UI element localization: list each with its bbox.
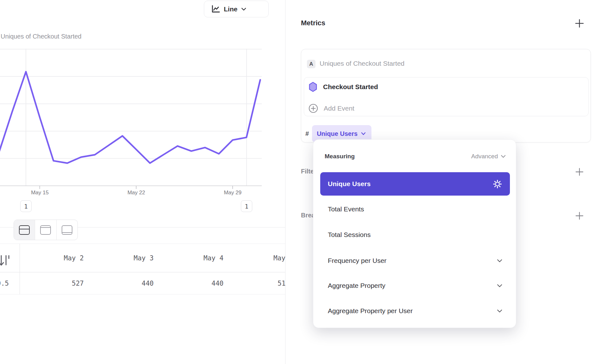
- dropdown-item-unique-users[interactable]: Unique Users: [320, 172, 510, 196]
- view-toggle: [14, 220, 78, 240]
- dropdown-item-total-sessions[interactable]: Total Sessions: [320, 223, 510, 246]
- chevron-down-icon: [501, 155, 506, 158]
- chevron-down-icon: [361, 132, 366, 135]
- metrics-panel-title: Metrics: [301, 19, 325, 27]
- event-name: Checkout Started: [323, 83, 378, 91]
- chart-type-label: Line: [224, 5, 237, 13]
- event-list-card: Checkout Started Add Event: [304, 77, 589, 116]
- circle-plus-icon: [309, 104, 318, 113]
- dropdown-item-label: Unique Users: [328, 180, 370, 188]
- table-header[interactable]: May 2: [20, 254, 89, 262]
- table-cell: 51: [278, 280, 285, 287]
- chevron-down-icon: [241, 8, 246, 11]
- split-view-icon: [19, 225, 30, 235]
- x-axis-label: May 22: [117, 190, 155, 196]
- table-cell: 0.5: [0, 280, 9, 287]
- series-line: [0, 72, 260, 163]
- table-cell: 440: [159, 280, 229, 287]
- chart-type-button[interactable]: Line: [204, 1, 269, 17]
- chart-title: Uniques of Checkout Started: [1, 33, 82, 40]
- sort-descending-icon[interactable]: [0, 253, 11, 268]
- table-cell: 527: [20, 280, 89, 287]
- table-only-view-icon: [62, 225, 72, 235]
- chevron-down-icon: [497, 309, 502, 313]
- x-axis-label: May 15: [21, 190, 59, 196]
- measurement-label: Unique Users: [317, 130, 358, 137]
- measuring-dropdown: Measuring Advanced Unique Users: [313, 139, 516, 328]
- line-chart[interactable]: [0, 44, 285, 209]
- measurement-prefix: #: [305, 130, 309, 137]
- chart-only-view-icon: [40, 225, 51, 235]
- hexagon-event-icon: [309, 82, 317, 92]
- view-toggle-table-only[interactable]: [56, 220, 77, 240]
- measuring-mode-label: Advanced: [471, 153, 498, 160]
- chart-pane: Line Uniques of Checkout Started May 15 …: [0, 0, 285, 364]
- table-header[interactable]: May: [273, 254, 285, 262]
- add-filter-button[interactable]: [575, 167, 584, 177]
- dropdown-item-label: Frequency per User: [328, 257, 387, 264]
- metric-row-badge[interactable]: A: [307, 60, 315, 68]
- add-breakdown-button[interactable]: [575, 211, 584, 221]
- measuring-mode-selector[interactable]: Advanced: [471, 153, 506, 160]
- x-axis-label: May 29: [214, 190, 252, 196]
- dropdown-item-frequency-per-user[interactable]: Frequency per User: [320, 249, 510, 272]
- table-border: [0, 244, 285, 244]
- chevron-down-icon: [497, 284, 502, 288]
- table-header[interactable]: May 3: [89, 254, 159, 262]
- chevron-down-icon: [497, 259, 502, 263]
- metrics-panel: Metrics A Uniques of Checkout Started Ch…: [285, 0, 600, 364]
- annotation-badge[interactable]: 1: [20, 200, 32, 212]
- table-border: [0, 294, 285, 294]
- event-row[interactable]: Checkout Started: [309, 82, 378, 92]
- dropdown-item-label: Aggregate Property: [328, 282, 385, 289]
- table-border: [0, 272, 285, 272]
- measuring-label: Measuring: [325, 153, 355, 160]
- dropdown-item-total-events[interactable]: Total Events: [320, 197, 510, 221]
- view-toggle-split[interactable]: [14, 220, 35, 240]
- view-toggle-chart-only[interactable]: [35, 220, 56, 240]
- add-metric-button[interactable]: [574, 18, 585, 28]
- dropdown-item-aggregate-property[interactable]: Aggregate Property: [320, 274, 510, 297]
- dropdown-item-aggregate-property-per-user[interactable]: Aggregate Property per User: [320, 299, 510, 323]
- gear-icon[interactable]: [493, 179, 502, 189]
- dropdown-item-label: Aggregate Property per User: [328, 307, 413, 315]
- dropdown-item-label: Total Events: [328, 205, 364, 213]
- metric-card-title: Uniques of Checkout Started: [320, 60, 405, 67]
- line-chart-icon: [211, 5, 220, 13]
- add-event-label: Add Event: [324, 105, 354, 112]
- annotation-badge[interactable]: 1: [241, 200, 252, 212]
- dropdown-item-label: Total Sessions: [328, 231, 370, 239]
- add-event-row[interactable]: Add Event: [309, 104, 354, 113]
- metric-card: A Uniques of Checkout Started Checkout S…: [301, 49, 591, 143]
- table-cell: 440: [89, 280, 159, 287]
- table-header[interactable]: May 4: [159, 254, 229, 262]
